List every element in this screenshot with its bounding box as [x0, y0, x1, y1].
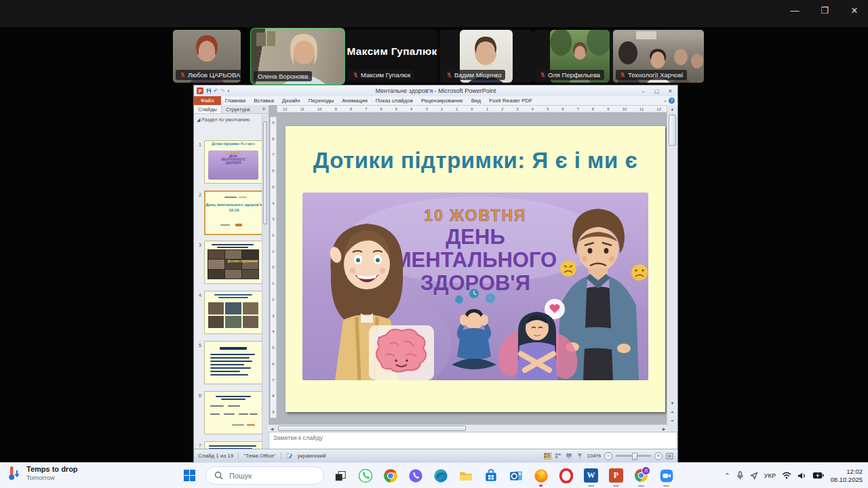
theme-name: "Тема Office" [243, 453, 276, 459]
participant-tile-video-off[interactable]: Максим Гупалюк Максим Гупалюк [346, 30, 438, 83]
pane-scrollbar[interactable] [262, 115, 268, 448]
pane-scrollbar-thumb[interactable] [263, 121, 267, 224]
chrome-button[interactable] [380, 466, 400, 485]
next-slide-icon[interactable]: ⏷ [667, 417, 677, 425]
horizontal-scrollbar-thumb[interactable] [278, 426, 466, 431]
zoom-out-icon[interactable]: − [604, 452, 612, 460]
slide-thumbnail-4[interactable] [204, 291, 262, 334]
restore-button[interactable]: ❐ [819, 5, 830, 16]
weather-widget[interactable]: Temps to drop Tomorrow [7, 465, 78, 482]
section-header[interactable]: ◢ Раздел по умолчанию [197, 117, 250, 123]
ribbon-tab-home[interactable]: Главная [221, 96, 250, 105]
redo-icon[interactable]: ↷ [220, 88, 225, 94]
slide-thumbnail-1[interactable]: Дотики підтримки: Я є і ми є 10 ЖОВТНЯ Д… [204, 140, 262, 184]
ribbon-tab-insert[interactable]: Вставка [250, 96, 278, 105]
slide-thumbnail-5[interactable] [204, 341, 262, 384]
ppt-restore-button[interactable]: ▢ [652, 88, 661, 94]
edge-button[interactable] [431, 466, 450, 485]
chrome-profile-button[interactable]: Л [631, 466, 651, 485]
tab-slides[interactable]: Слайды [194, 105, 222, 113]
ribbon-tab-slideshow[interactable]: Показ слайдов [372, 96, 417, 105]
vertical-scrollbar[interactable]: ▲ ▼ ⏶ ⏷ [667, 105, 677, 425]
mental-health-day-poster[interactable]: 10 ЖОВТНЯ ДЕНЬ МЕНТАЛЬНОГО ЗДОРОВ'Я [302, 192, 648, 380]
powerpoint-button[interactable]: P [606, 466, 626, 485]
outlook-button[interactable] [506, 466, 526, 485]
pane-close-icon[interactable]: ✕ [259, 105, 269, 113]
participant-name-label: Олена Воронова [254, 71, 312, 82]
search-input[interactable] [228, 471, 305, 481]
language-indicator[interactable]: УКР [764, 472, 776, 479]
participant-tile[interactable]: Любов ЦАРЬОВА [173, 30, 241, 83]
ribbon-tab-view[interactable]: Вид [467, 96, 485, 105]
video-gallery-strip: Любов ЦАРЬОВА Олена Воронова Максим Гупа… [0, 27, 868, 85]
slide-canvas[interactable]: Дотики підтримки: Я є і ми є 10 ЖОВТНЯ Д… [285, 126, 665, 412]
slide-thumbnail-3[interactable]: Дотики підтримки [204, 241, 262, 284]
slide-thumbnail-6[interactable] [204, 391, 262, 434]
undo-icon[interactable]: ↶ [214, 88, 218, 94]
microphone-icon[interactable] [736, 471, 744, 480]
vertical-scrollbar-thumb[interactable] [669, 115, 676, 146]
notes-pane[interactable]: Заметки к слайду [269, 432, 677, 449]
task-view-button[interactable] [330, 466, 350, 485]
slideshow-view-icon[interactable] [576, 453, 584, 460]
hidden-icons-chevron[interactable]: ⌃ [724, 472, 730, 479]
battery-icon[interactable] [812, 472, 824, 479]
ribbon-tab-design[interactable]: Дизайн [278, 96, 304, 105]
file-explorer-button[interactable] [456, 466, 475, 485]
opera-button[interactable] [556, 466, 576, 485]
normal-view-icon[interactable] [544, 453, 551, 460]
windows-taskbar: Temps to drop Tomorrow [0, 462, 868, 488]
slide-title[interactable]: Дотики підтримки: Я є і ми є [285, 148, 665, 174]
horizontal-scrollbar[interactable]: ◀ ▶ [269, 424, 667, 432]
scroll-right-icon[interactable]: ▶ [660, 425, 667, 432]
reading-view-icon[interactable] [566, 453, 573, 460]
zoom-in-icon[interactable]: + [654, 452, 663, 460]
scroll-up-icon[interactable]: ▲ [667, 105, 677, 113]
vertical-ruler[interactable]: 9876543210123456789 [270, 117, 277, 418]
scroll-left-icon[interactable]: ◀ [269, 425, 275, 432]
ribbon-tab-transitions[interactable]: Переходы [304, 96, 338, 105]
previous-slide-icon[interactable]: ⏶ [667, 408, 677, 416]
participant-tile[interactable]: Технології Харчові [613, 30, 704, 83]
location-icon[interactable] [750, 472, 758, 480]
horizontal-ruler[interactable]: 1211109876543210123456789101112 [277, 105, 667, 113]
zoom-slider[interactable] [616, 455, 651, 457]
spellcheck-icon[interactable] [286, 453, 293, 459]
ppt-close-button[interactable]: ✕ [666, 88, 675, 94]
ribbon-tab-review[interactable]: Рецензирование [417, 96, 467, 105]
minimize-button[interactable]: — [789, 5, 800, 16]
ribbon-collapse-icon[interactable]: ▾ [664, 99, 666, 103]
whatsapp-button[interactable] [355, 466, 375, 485]
thumb-poster: 10 ЖОВТНЯ ДЕНЬ МЕНТАЛЬНОГО ЗДОРОВ'Я [208, 150, 258, 180]
slide-sorter-view-icon[interactable] [555, 453, 562, 460]
close-button[interactable]: ✕ [849, 5, 860, 16]
zoom-window-controls: — ❐ ✕ [789, 5, 860, 16]
participant-tile[interactable]: Вадим Міщенко [439, 30, 533, 83]
microsoft-store-button[interactable] [481, 466, 500, 485]
participant-tile-active-speaker[interactable]: Олена Воронова [251, 28, 344, 84]
ppt-titlebar[interactable]: P ↶ ↷ ▼ Ментальне здоров'я - Microsoft P… [194, 85, 677, 97]
zoom-slider-thumb[interactable] [632, 453, 637, 460]
viber-button[interactable] [406, 466, 425, 485]
proofing-language[interactable]: украинский [298, 453, 326, 459]
tab-outline[interactable]: Структура [222, 105, 254, 113]
start-button[interactable] [180, 466, 199, 485]
save-icon[interactable] [206, 88, 212, 94]
firefox-button[interactable] [531, 466, 551, 485]
word-button[interactable]: W [581, 466, 601, 485]
zoom-app-button[interactable] [656, 466, 676, 485]
volume-icon[interactable] [797, 472, 806, 480]
taskbar-search[interactable] [205, 466, 324, 485]
scroll-down-icon[interactable]: ▼ [667, 399, 677, 407]
slide-thumbnail-2[interactable]: День ментального здоров'я 10.10 [204, 190, 264, 235]
ribbon-tab-foxit[interactable]: Foxit Reader PDF [485, 96, 536, 105]
ppt-minimize-button[interactable]: – [639, 88, 648, 94]
file-tab[interactable]: Файл [194, 96, 221, 105]
ribbon-tab-animations[interactable]: Анимация [338, 96, 372, 105]
qat-dropdown-icon[interactable]: ▼ [226, 89, 230, 93]
taskbar-clock[interactable]: 12:02 08.10.2025 [830, 468, 863, 484]
outlook-icon [509, 468, 524, 483]
wifi-icon[interactable] [782, 472, 791, 479]
help-icon[interactable]: ? [669, 98, 675, 104]
fit-to-window-icon[interactable] [666, 453, 673, 460]
